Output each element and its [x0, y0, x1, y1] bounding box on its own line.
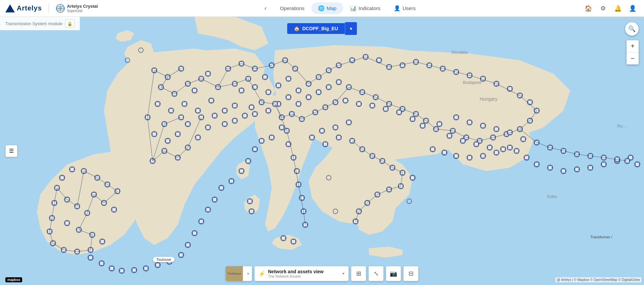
- svg-rect-364: [481, 154, 485, 158]
- nav-indicators[interactable]: 📊 Indicators: [343, 2, 387, 14]
- svg-rect-406: [280, 126, 284, 130]
- network-view-chevron-icon: ▾: [342, 271, 344, 276]
- svg-rect-22: [193, 89, 197, 93]
- svg-rect-230: [474, 142, 478, 146]
- svg-rect-430: [186, 243, 190, 247]
- network-view-sub: The Network Assets: [268, 274, 340, 278]
- svg-rect-90: [276, 84, 280, 88]
- svg-rect-76: [239, 89, 244, 93]
- svg-rect-424: [206, 208, 210, 212]
- svg-rect-250: [602, 162, 606, 167]
- svg-rect-450: [248, 199, 252, 203]
- logo-divider: [49, 3, 49, 13]
- expand-button[interactable]: ⤡: [369, 266, 383, 281]
- crystal-logo: Artelys Crystal SuperGrid: [56, 4, 98, 13]
- layer-dropdown[interactable]: ▾: [243, 272, 252, 276]
- zoom-out-button[interactable]: −: [627, 52, 639, 64]
- svg-rect-404: [337, 136, 341, 140]
- svg-rect-320: [60, 176, 64, 180]
- svg-rect-352: [468, 121, 472, 125]
- crystal-product-name: Artelys Crystal: [67, 4, 98, 9]
- layer-selector[interactable]: Toulouse ▾: [226, 266, 252, 281]
- svg-rect-80: [263, 75, 267, 79]
- nav-users[interactable]: 👤 Users: [387, 2, 422, 14]
- svg-rect-240: [535, 162, 539, 167]
- svg-rect-46: [166, 139, 170, 143]
- nav-back[interactable]: ‹: [258, 2, 273, 14]
- svg-rect-360: [508, 146, 512, 150]
- settings-button[interactable]: ⚙: [597, 2, 609, 14]
- zoom-in-button[interactable]: +: [627, 40, 639, 52]
- svg-rect-436: [156, 263, 160, 267]
- svg-rect-28: [156, 102, 160, 106]
- main-nav: ‹ Operations 🌐 Map 📊 Indicators 👤 Users: [98, 2, 582, 14]
- svg-rect-78: [253, 85, 257, 89]
- legend-panel-button[interactable]: ☰: [5, 145, 17, 157]
- svg-rect-322: [70, 168, 74, 172]
- subheader: Transmission System module 🔒: [0, 17, 80, 30]
- svg-rect-452: [250, 209, 254, 213]
- svg-rect-456: [291, 240, 296, 244]
- svg-rect-102: [213, 114, 217, 118]
- artelys-text: Artelys: [17, 4, 42, 12]
- table-button[interactable]: ⊞: [351, 266, 366, 281]
- svg-rect-440: [132, 268, 136, 272]
- svg-rect-232: [488, 146, 492, 150]
- notifications-button[interactable]: 🔔: [612, 2, 624, 14]
- svg-text:Slovakia: Slovakia: [451, 50, 468, 55]
- toulouse-label: Toulouse: [153, 257, 174, 262]
- svg-rect-26: [169, 109, 173, 113]
- crystal-product-sub: SuperGrid: [67, 9, 98, 13]
- screenshot-button[interactable]: 📷: [386, 266, 401, 281]
- artelys-logo: Artelys: [5, 4, 42, 12]
- lock-button[interactable]: 🔒: [65, 19, 74, 28]
- svg-rect-448: [89, 256, 93, 260]
- svg-rect-50: [186, 122, 190, 126]
- svg-rect-216: [384, 107, 388, 111]
- svg-rect-288: [112, 208, 116, 212]
- svg-rect-432: [179, 253, 183, 257]
- home-button[interactable]: 🏠: [582, 2, 594, 14]
- network-view-text: Network and assets view The Network Asse…: [268, 269, 340, 278]
- collapse-button[interactable]: ⊟: [404, 266, 418, 281]
- nav-operations[interactable]: Operations: [273, 3, 311, 14]
- svg-rect-100: [223, 109, 227, 113]
- svg-rect-396: [333, 126, 337, 130]
- svg-rect-394: [320, 129, 324, 133]
- svg-rect-446: [100, 262, 104, 266]
- svg-rect-444: [110, 267, 114, 271]
- svg-rect-42: [206, 72, 210, 76]
- svg-rect-194: [317, 90, 321, 94]
- svg-rect-236: [515, 149, 519, 153]
- svg-rect-238: [525, 156, 529, 160]
- scenario-dropdown-button[interactable]: ▾: [345, 22, 357, 35]
- map-search-button[interactable]: 🔍: [625, 22, 639, 36]
- scenario-button[interactable]: 🏠 DCOPF_Big_EU: [287, 23, 345, 34]
- svg-rect-212: [357, 102, 361, 106]
- svg-rect-374: [521, 137, 525, 141]
- map-container[interactable]: Slovakia Budapest Hungary Sofia Ro... Tr…: [0, 17, 644, 285]
- profile-button[interactable]: 👤: [627, 2, 639, 14]
- mapbox-logo: mapbox: [5, 277, 22, 282]
- svg-rect-242: [548, 166, 552, 170]
- svg-rect-108: [243, 114, 247, 118]
- svg-rect-248: [588, 166, 592, 170]
- mapbox-attribution: mapbox: [5, 277, 22, 282]
- svg-rect-296: [65, 221, 69, 225]
- network-view-title: Network and assets view: [268, 269, 340, 274]
- artelys-triangle-icon: [5, 4, 15, 12]
- svg-rect-408: [270, 136, 274, 140]
- bottom-bar: Toulouse ▾ ⚡ Network and assets view The…: [226, 266, 418, 281]
- svg-rect-410: [260, 139, 264, 143]
- scenario-bar: 🏠 DCOPF_Big_EU ▾: [287, 22, 357, 35]
- svg-rect-222: [421, 124, 425, 128]
- network-view-selector[interactable]: ⚡ Network and assets view The Network As…: [255, 266, 348, 281]
- svg-text:Ro...: Ro...: [617, 124, 626, 129]
- nav-map[interactable]: 🌐 Map: [311, 2, 343, 14]
- svg-rect-356: [494, 127, 498, 131]
- zoom-controls: + −: [627, 40, 639, 64]
- svg-rect-214: [370, 104, 374, 108]
- svg-rect-196: [307, 95, 311, 99]
- svg-rect-416: [239, 169, 244, 173]
- indicators-label: Indicators: [359, 5, 380, 11]
